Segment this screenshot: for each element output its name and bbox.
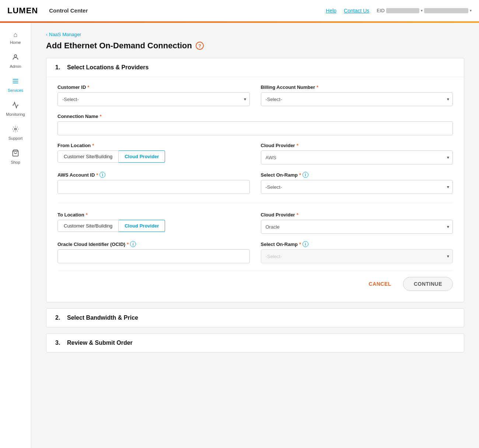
from-location-required: *	[92, 143, 94, 148]
sidebar-label-support: Support	[8, 136, 23, 140]
billing-account-label: Billing Account Number *	[261, 84, 453, 90]
oracle-ocid-label: Oracle Cloud Identifier (OCID) * i	[57, 241, 250, 247]
select-on-ramp-from-required: *	[299, 172, 301, 178]
select-on-ramp-from-select[interactable]: -Select-	[261, 180, 453, 194]
top-navigation: LUMEN Control Center Help Contact Us EID…	[0, 0, 479, 21]
sidebar-item-services[interactable]: Services	[0, 73, 31, 97]
step-2-label: Select Bandwidth & Price	[67, 315, 138, 321]
aws-account-id-info-icon[interactable]: i	[99, 172, 105, 178]
step-2-header[interactable]: 2. Select Bandwidth & Price	[46, 309, 464, 327]
monitoring-icon	[12, 101, 19, 111]
page-title-text: Add Ethernet On-Demand Connection	[46, 41, 192, 51]
form-row-3: From Location * Customer Site/Building C…	[57, 143, 453, 164]
from-location-toggle-group: Customer Site/Building Cloud Provider	[57, 150, 250, 163]
sidebar-item-home[interactable]: ⌂ Home	[0, 27, 31, 49]
sidebar-item-shop[interactable]: Shop	[0, 145, 31, 169]
select-on-ramp-to-select[interactable]: -Select-	[261, 249, 453, 263]
app-title: Control Center	[49, 7, 326, 14]
contact-us-link[interactable]: Contact Us	[344, 8, 369, 14]
sidebar-label-services: Services	[8, 88, 23, 93]
page-layout: ⌂ Home Admin Services	[0, 23, 479, 448]
step-3-card: 3. Review & Submit Order	[46, 333, 464, 353]
aws-account-id-label: AWS Account ID * i	[57, 172, 250, 178]
sidebar-item-admin[interactable]: Admin	[0, 49, 31, 73]
continue-button[interactable]: CONTINUE	[403, 277, 453, 291]
step-2-card: 2. Select Bandwidth & Price	[46, 308, 464, 327]
sidebar-item-monitoring[interactable]: Monitoring	[0, 97, 31, 121]
main-content: ‹ NaaS Manager Add Ethernet On-Demand Co…	[31, 23, 479, 448]
breadcrumb[interactable]: ‹ NaaS Manager	[46, 32, 464, 37]
select-on-ramp-to-label: Select On-Ramp * i	[261, 241, 453, 247]
customer-id-label: Customer ID *	[57, 84, 250, 90]
user-chevron[interactable]: ▾	[470, 8, 472, 13]
to-location-cloud-provider-btn[interactable]: Cloud Provider	[119, 220, 165, 232]
aws-account-id-input[interactable]	[57, 180, 250, 194]
select-on-ramp-to-info-icon[interactable]: i	[303, 241, 308, 247]
breadcrumb-arrow: ‹	[46, 32, 48, 37]
connection-name-required: *	[100, 114, 102, 119]
connection-name-input[interactable]	[57, 121, 453, 135]
section-divider	[57, 203, 453, 203]
customer-id-group: Customer ID * -Select- ▾	[57, 84, 250, 106]
lumen-logo: LUMEN	[7, 6, 38, 15]
select-on-ramp-to-group: Select On-Ramp * i -Select- ▾	[261, 241, 453, 263]
step-1-card: 1. Select Locations & Providers Customer…	[46, 58, 464, 302]
billing-account-select[interactable]: -Select-	[261, 92, 453, 106]
cancel-button[interactable]: CANCEL	[363, 277, 397, 291]
customer-id-select-wrapper: -Select- ▾	[57, 92, 250, 106]
form-row-6: Oracle Cloud Identifier (OCID) * i Selec…	[57, 241, 453, 263]
sidebar-label-home: Home	[10, 40, 21, 45]
oracle-ocid-group: Oracle Cloud Identifier (OCID) * i	[57, 241, 250, 263]
step-1-content: Customer ID * -Select- ▾ Billing Accou	[46, 77, 464, 302]
cloud-provider-from-group: Cloud Provider * AWS Azure Google Cloud …	[261, 143, 453, 164]
sidebar-label-shop: Shop	[11, 160, 20, 164]
step-1-header: 1. Select Locations & Providers	[46, 58, 464, 77]
step-1-number: 1.	[55, 64, 63, 71]
oracle-ocid-required: *	[127, 242, 129, 247]
from-location-group: From Location * Customer Site/Building C…	[57, 143, 250, 164]
oracle-ocid-input[interactable]	[57, 249, 250, 263]
to-location-required: *	[86, 212, 88, 218]
step-3-label: Review & Submit Order	[67, 340, 133, 346]
cloud-provider-from-label: Cloud Provider *	[261, 143, 453, 148]
sidebar: ⌂ Home Admin Services	[0, 23, 31, 448]
shop-icon	[12, 149, 19, 159]
connection-name-label: Connection Name *	[57, 114, 453, 119]
aws-account-id-required: *	[96, 172, 98, 178]
step-2-number: 2.	[55, 315, 63, 321]
cloud-provider-from-select-wrapper: AWS Azure Google Cloud Oracle ▾	[261, 150, 453, 164]
oracle-ocid-info-icon[interactable]: i	[130, 241, 136, 247]
form-row-5: To Location * Customer Site/Building Clo…	[57, 212, 453, 234]
select-on-ramp-from-info-icon[interactable]: i	[303, 172, 308, 178]
admin-icon	[12, 53, 19, 63]
sidebar-label-admin: Admin	[10, 64, 21, 69]
page-help-icon[interactable]: ?	[196, 42, 204, 50]
select-on-ramp-to-required: *	[299, 242, 301, 247]
sidebar-item-support[interactable]: Support	[0, 121, 31, 145]
from-location-cloud-provider-btn[interactable]: Cloud Provider	[119, 150, 165, 163]
eid-value	[386, 8, 419, 13]
eid-chevron[interactable]: ▾	[421, 8, 423, 13]
cloud-provider-to-required: *	[297, 212, 298, 218]
eid-section: EID ▾ ▾	[377, 8, 472, 13]
sidebar-label-monitoring: Monitoring	[6, 112, 25, 117]
step-1-label: Select Locations & Providers	[67, 64, 148, 71]
help-link[interactable]: Help	[326, 8, 336, 14]
cloud-provider-to-select[interactable]: AWS Azure Google Cloud Oracle	[261, 220, 453, 234]
breadcrumb-parent[interactable]: NaaS Manager	[49, 32, 81, 37]
form-row-2: Connection Name *	[57, 114, 453, 135]
select-on-ramp-from-group: Select On-Ramp * i -Select- ▾	[261, 172, 453, 194]
cloud-provider-to-group: Cloud Provider * AWS Azure Google Cloud …	[261, 212, 453, 234]
page-title: Add Ethernet On-Demand Connection ?	[46, 41, 464, 51]
cloud-provider-from-required: *	[297, 143, 298, 148]
step-3-header[interactable]: 3. Review & Submit Order	[46, 334, 464, 352]
to-location-group: To Location * Customer Site/Building Clo…	[57, 212, 250, 234]
svg-point-0	[14, 55, 17, 57]
to-location-customer-site-btn[interactable]: Customer Site/Building	[57, 220, 119, 232]
cloud-provider-from-select[interactable]: AWS Azure Google Cloud Oracle	[261, 150, 453, 164]
customer-id-select[interactable]: -Select-	[57, 92, 250, 106]
select-on-ramp-to-select-wrapper: -Select- ▾	[261, 249, 453, 263]
form-row-1: Customer ID * -Select- ▾ Billing Accou	[57, 84, 453, 106]
nav-right: Help Contact Us EID ▾ ▾	[326, 8, 472, 14]
from-location-customer-site-btn[interactable]: Customer Site/Building	[57, 150, 119, 163]
